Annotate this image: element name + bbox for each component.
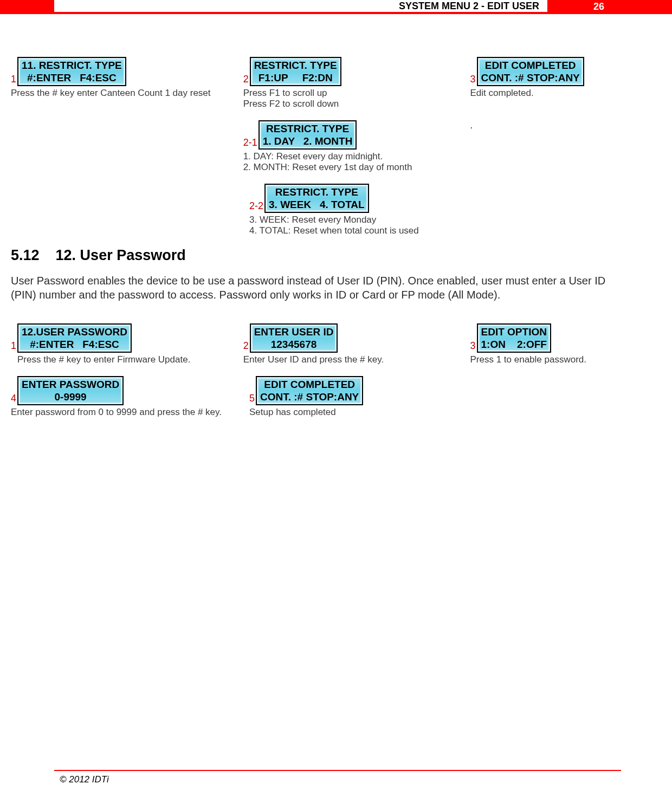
lcd-wrap: 3 EDIT OPTION 1:ON 2:OFF bbox=[470, 323, 624, 353]
lcd-line: EDIT COMPLETED bbox=[481, 59, 580, 72]
lcd-wrap: 2 RESTRICT. TYPE F1:UP F2:DN bbox=[243, 57, 470, 86]
s1r1c2: 2 RESTRICT. TYPE F1:UP F2:DN Press F1 to… bbox=[243, 57, 470, 109]
lcd-line: RESTRICT. TYPE bbox=[269, 186, 365, 198]
lcd-line: 0-9999 bbox=[22, 391, 119, 403]
lcd-line: RESTRICT. TYPE bbox=[263, 122, 353, 135]
lcd-line: 1. DAY 2. MONTH bbox=[263, 135, 353, 147]
step-num-2-2: 2-2 bbox=[249, 200, 264, 213]
lcd-line: EDIT OPTION bbox=[481, 326, 547, 338]
caption: Setup has completed bbox=[249, 407, 482, 418]
s1r1c3: 3 EDIT COMPLETED CONT. :# STOP:ANY Edit … bbox=[470, 57, 624, 99]
caption-line: Press F1 to scroll up bbox=[243, 88, 327, 98]
lcd-line: 12345678 bbox=[254, 338, 334, 351]
s2r2c1: 4 ENTER PASSWORD 0-9999 Enter password f… bbox=[11, 376, 249, 418]
section2-row1: 1 12.USER PASSWORD #:ENTER F4:ESC Press … bbox=[11, 323, 623, 365]
lcd-restrict-type-menu: 11. RESTRICT. TYPE #:ENTER F4:ESC bbox=[17, 57, 126, 86]
lcd-wrap: 2-1 RESTRICT. TYPE 1. DAY 2. MONTH bbox=[243, 120, 470, 150]
lcd-line: 1:ON 2:OFF bbox=[481, 338, 547, 351]
caption-line: Press F2 to scroll down bbox=[243, 99, 339, 109]
page-number: 26 bbox=[580, 0, 618, 13]
caption: Edit completed. bbox=[470, 88, 624, 99]
caption: Press F1 to scroll up Press F2 to scroll… bbox=[243, 88, 470, 109]
step-num-2: 2 bbox=[243, 74, 250, 86]
s1r1c1: 1 11. RESTRICT. TYPE #:ENTER F4:ESC Pres… bbox=[11, 57, 243, 99]
lcd-restrict-day-month: RESTRICT. TYPE 1. DAY 2. MONTH bbox=[259, 120, 357, 150]
caption-line: 3. WEEK: Reset every Monday bbox=[249, 215, 376, 225]
caption: Press 1 to enable password. bbox=[470, 354, 624, 365]
step-num-3b: 3 bbox=[470, 340, 477, 353]
lcd-line: 11. RESTRICT. TYPE bbox=[22, 59, 122, 72]
s2r2c2: 5 EDIT COMPLETED CONT. :# STOP:ANY Setup… bbox=[249, 376, 482, 418]
lcd-line: ENTER PASSWORD bbox=[22, 378, 119, 391]
lcd-enter-user-id: ENTER USER ID 12345678 bbox=[250, 323, 338, 353]
lcd-edit-completed: EDIT COMPLETED CONT. :# STOP:ANY bbox=[477, 57, 584, 86]
lcd-line: EDIT COMPLETED bbox=[260, 378, 359, 391]
lcd-wrap: 1 12.USER PASSWORD #:ENTER F4:ESC bbox=[11, 323, 243, 353]
lcd-wrap: 1 11. RESTRICT. TYPE #:ENTER F4:ESC bbox=[11, 57, 243, 86]
section1-row1: 1 11. RESTRICT. TYPE #:ENTER F4:ESC Pres… bbox=[11, 57, 623, 109]
lcd-wrap: 2-2 RESTRICT. TYPE 3. WEEK 4. TOTAL bbox=[249, 184, 482, 213]
step-num-1b: 1 bbox=[11, 340, 17, 353]
caption: Enter User ID and press the # key. bbox=[243, 354, 470, 365]
step-num-1: 1 bbox=[11, 74, 17, 86]
footer-rule bbox=[54, 770, 621, 771]
section1-row2: 2-1 RESTRICT. TYPE 1. DAY 2. MONTH 1. DA… bbox=[11, 120, 623, 173]
lcd-line: 12.USER PASSWORD bbox=[22, 326, 127, 338]
lcd-edit-completed-2: EDIT COMPLETED CONT. :# STOP:ANY bbox=[256, 376, 363, 405]
step-num-3: 3 bbox=[470, 74, 477, 86]
lcd-wrap: 2 ENTER USER ID 12345678 bbox=[243, 323, 470, 353]
caption: Press the # key to enter Firmware Update… bbox=[11, 354, 243, 365]
caption: 1. DAY: Reset every day midnight. 2. MON… bbox=[243, 151, 470, 173]
lcd-line: #:ENTER F4:ESC bbox=[22, 338, 127, 351]
caption-line: 2. MONTH: Reset every 1st day of month bbox=[243, 162, 412, 172]
stray-dot: . bbox=[470, 120, 624, 131]
lcd-line: RESTRICT. TYPE bbox=[254, 59, 337, 72]
lcd-wrap: 5 EDIT COMPLETED CONT. :# STOP:ANY bbox=[249, 376, 482, 405]
lcd-user-password-menu: 12.USER PASSWORD #:ENTER F4:ESC bbox=[17, 323, 132, 353]
caption-line: 1. DAY: Reset every day midnight. bbox=[243, 151, 383, 161]
s2r1c1: 1 12.USER PASSWORD #:ENTER F4:ESC Press … bbox=[11, 323, 243, 365]
caption: Press the # key enter Canteen Count 1 da… bbox=[11, 88, 243, 99]
s1r2c3: . bbox=[470, 120, 624, 131]
section2-row2: 4 ENTER PASSWORD 0-9999 Enter password f… bbox=[11, 376, 623, 418]
lcd-edit-option: EDIT OPTION 1:ON 2:OFF bbox=[477, 323, 551, 353]
lcd-restrict-week-total: RESTRICT. TYPE 3. WEEK 4. TOTAL bbox=[264, 184, 369, 213]
s2r1c3: 3 EDIT OPTION 1:ON 2:OFF Press 1 to enab… bbox=[470, 323, 624, 365]
caption: 3. WEEK: Reset every Monday 4. TOTAL: Re… bbox=[249, 215, 482, 236]
lcd-enter-password: ENTER PASSWORD 0-9999 bbox=[17, 376, 124, 405]
lcd-line: ENTER USER ID bbox=[254, 326, 334, 338]
lcd-line: F1:UP F2:DN bbox=[254, 72, 337, 84]
lcd-restrict-type-scroll: RESTRICT. TYPE F1:UP F2:DN bbox=[250, 57, 341, 86]
s2r1c2: 2 ENTER USER ID 12345678 Enter User ID a… bbox=[243, 323, 470, 365]
s1r2c2: 2-1 RESTRICT. TYPE 1. DAY 2. MONTH 1. DA… bbox=[243, 120, 470, 173]
caption: Enter password from 0 to 9999 and press … bbox=[11, 407, 228, 418]
heading-number: 5.12 bbox=[11, 247, 40, 263]
step-num-2-1: 2-1 bbox=[243, 137, 259, 150]
section-heading: 5.12 12. User Password bbox=[11, 247, 623, 264]
content-area: 1 11. RESTRICT. TYPE #:ENTER F4:ESC Pres… bbox=[11, 57, 623, 429]
lcd-line: #:ENTER F4:ESC bbox=[22, 72, 122, 84]
lcd-line: 3. WEEK 4. TOTAL bbox=[269, 198, 365, 211]
heading-title: 12. User Password bbox=[56, 247, 186, 263]
lcd-wrap: 3 EDIT COMPLETED CONT. :# STOP:ANY bbox=[470, 57, 624, 86]
lcd-line: CONT. :# STOP:ANY bbox=[260, 391, 359, 403]
lcd-wrap: 4 ENTER PASSWORD 0-9999 bbox=[11, 376, 249, 405]
footer-copyright: © 2012 IDTi bbox=[60, 774, 109, 785]
intro-paragraph: User Password enables the device to be u… bbox=[11, 274, 623, 302]
lcd-line: CONT. :# STOP:ANY bbox=[481, 72, 580, 84]
section1-row3: 2-2 RESTRICT. TYPE 3. WEEK 4. TOTAL 3. W… bbox=[11, 184, 623, 236]
caption-line: 4. TOTAL: Reset when total count is used bbox=[249, 225, 419, 236]
page-title: SYSTEM MENU 2 - EDIT USER bbox=[399, 1, 547, 12]
step-num-4: 4 bbox=[11, 393, 17, 405]
step-num-2b: 2 bbox=[243, 340, 250, 353]
s1r3c2: 2-2 RESTRICT. TYPE 3. WEEK 4. TOTAL 3. W… bbox=[249, 184, 482, 236]
header-white-block: SYSTEM MENU 2 - EDIT USER bbox=[54, 0, 547, 13]
step-num-5: 5 bbox=[249, 393, 256, 405]
